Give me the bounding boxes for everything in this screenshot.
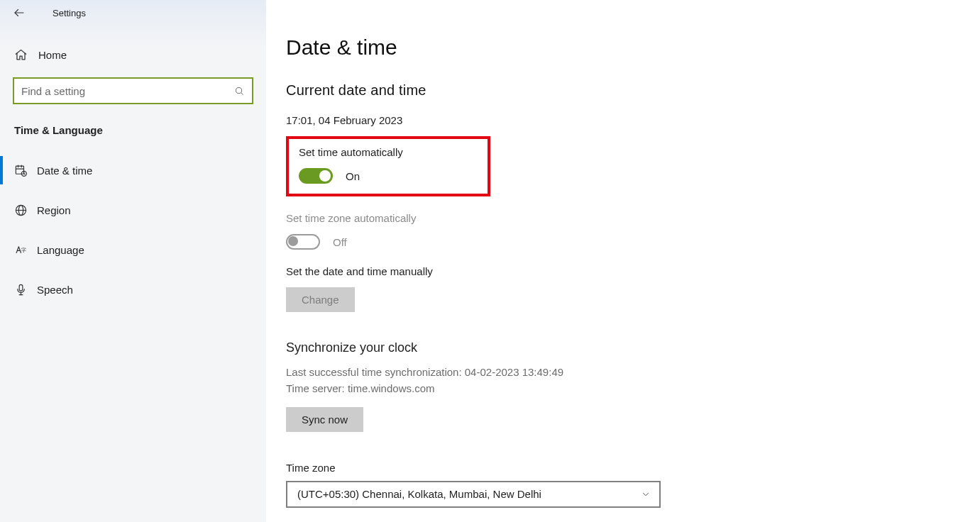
sidebar-nav: Date & time Region 字 Language Speech — [0, 150, 266, 309]
settings-app: Settings Home Time & Language Date & tim… — [0, 0, 980, 522]
microphone-icon — [14, 283, 37, 296]
main-content: Date & time Current date and time 17:01,… — [266, 0, 980, 522]
auto-time-highlight: Set time automatically On — [286, 136, 490, 196]
timezone-label: Time zone — [286, 462, 980, 474]
sidebar-item-speech[interactable]: Speech — [0, 270, 266, 309]
sidebar-item-region[interactable]: Region — [0, 190, 266, 230]
timezone-selected: (UTC+05:30) Chennai, Kolkata, Mumbai, Ne… — [297, 488, 541, 500]
svg-line-2 — [241, 92, 243, 94]
sidebar-item-label: Region — [37, 204, 71, 216]
manual-label: Set the date and time manually — [286, 265, 980, 277]
auto-tz-toggle-row: Off — [286, 234, 980, 250]
globe-icon — [14, 204, 37, 217]
home-button[interactable]: Home — [0, 40, 266, 70]
app-title: Settings — [53, 8, 86, 18]
chevron-down-icon — [641, 489, 651, 499]
sidebar-item-language[interactable]: 字 Language — [0, 230, 266, 270]
sidebar: Settings Home Time & Language Date & tim… — [0, 0, 266, 522]
current-datetime-value: 17:01, 04 February 2023 — [286, 114, 980, 126]
back-icon[interactable] — [13, 6, 26, 19]
sync-heading: Synchronize your clock — [286, 340, 980, 355]
home-label: Home — [38, 49, 67, 61]
auto-time-state: On — [346, 170, 360, 182]
svg-rect-13 — [19, 284, 23, 291]
language-icon: 字 — [14, 243, 37, 257]
change-button[interactable]: Change — [286, 287, 355, 312]
sync-now-button[interactable]: Sync now — [286, 407, 363, 432]
sidebar-item-date-time[interactable]: Date & time — [0, 150, 266, 190]
svg-point-1 — [236, 87, 242, 93]
calendar-clock-icon — [14, 164, 37, 177]
search-input[interactable] — [21, 85, 234, 97]
timezone-block: Time zone (UTC+05:30) Chennai, Kolkata, … — [286, 462, 980, 508]
auto-time-toggle[interactable] — [299, 168, 333, 184]
titlebar: Settings — [0, 0, 266, 26]
auto-time-label: Set time automatically — [299, 146, 478, 158]
svg-text:字: 字 — [21, 247, 26, 252]
search-icon — [234, 86, 245, 96]
manual-block: Set the date and time manually Change — [286, 265, 980, 312]
sidebar-item-label: Language — [37, 244, 84, 256]
sync-last: Last successful time synchronization: 04… — [286, 364, 980, 380]
sync-server: Time server: time.windows.com — [286, 380, 980, 396]
auto-time-toggle-row: On — [299, 168, 478, 184]
home-icon — [14, 48, 37, 62]
current-datetime-heading: Current date and time — [286, 82, 980, 99]
search-input-wrap[interactable] — [13, 77, 253, 104]
auto-tz-label: Set time zone automatically — [286, 212, 980, 224]
svg-rect-3 — [16, 166, 23, 174]
sync-block: Synchronize your clock Last successful t… — [286, 340, 980, 432]
auto-tz-state: Off — [333, 236, 347, 248]
page-title: Date & time — [286, 35, 980, 60]
sidebar-item-label: Speech — [37, 284, 73, 296]
auto-tz-block: Set time zone automatically Off — [286, 212, 980, 250]
auto-tz-toggle[interactable] — [286, 234, 320, 250]
timezone-dropdown[interactable]: (UTC+05:30) Chennai, Kolkata, Mumbai, Ne… — [286, 481, 661, 508]
sidebar-item-label: Date & time — [37, 165, 92, 177]
section-title: Time & Language — [0, 114, 266, 140]
